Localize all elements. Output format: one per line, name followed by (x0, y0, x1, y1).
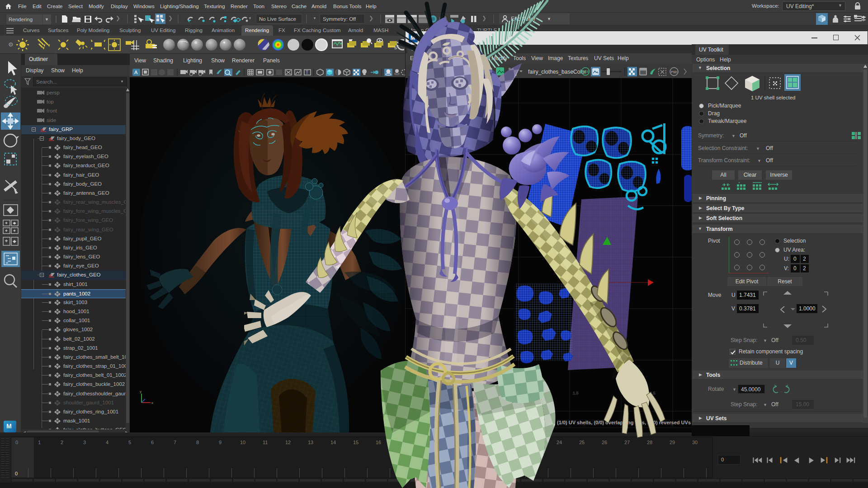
svg-text:x: x (151, 401, 153, 405)
svg-text:T: T (306, 70, 308, 75)
svg-text:-0.5: -0.5 (419, 391, 426, 395)
svg-text:0.5: 0.5 (496, 391, 502, 395)
svg-text:IPR: IPR (409, 19, 414, 22)
svg-text:A: A (134, 70, 138, 75)
svg-text:PSD: PSD (671, 70, 677, 74)
svg-text:y: y (140, 389, 142, 394)
svg-text:(1/0) UV shells, (0/0) overlap: (1/0) UV shells, (0/0) overlapping UVs, … (557, 420, 691, 425)
svg-text:S: S (394, 46, 397, 50)
svg-text:2.5: 2.5 (650, 391, 656, 395)
svg-text:RGB: RGB (583, 70, 589, 73)
svg-text:1.5: 1.5 (573, 391, 579, 395)
